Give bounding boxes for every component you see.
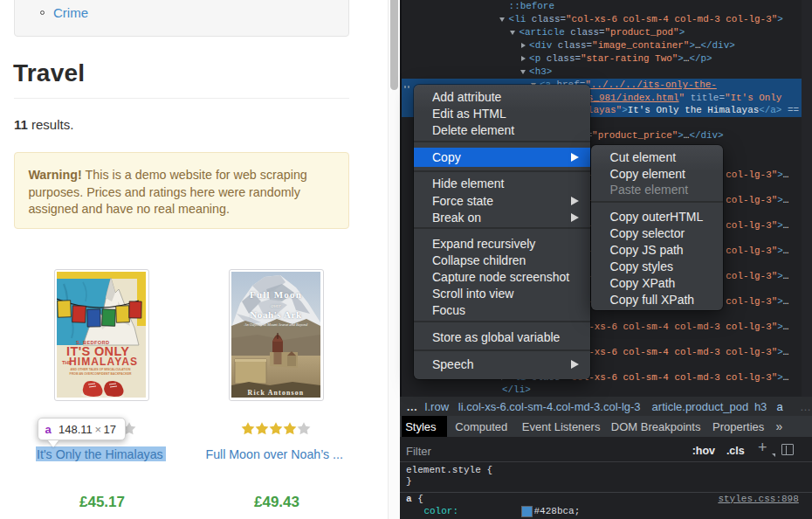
svg-text:Rick Antonson: Rick Antonson: [248, 389, 305, 397]
svg-text:over: over: [272, 302, 282, 308]
svg-text:An Odyssey to Mount Ararat and: An Odyssey to Mount Ararat and Beyond: [244, 322, 308, 327]
svg-text:HIMALAYAS: HIMALAYAS: [69, 356, 137, 368]
svg-text:FROM AN OVERCONFIDENT BACKPACK: FROM AN OVERCONFIDENT BACKPACKER: [70, 372, 132, 376]
svg-text:Full Moon: Full Moon: [250, 289, 302, 300]
svg-text:Noah's Ark: Noah's Ark: [251, 309, 303, 320]
svg-text:AND OTHER TALES OF MISCALCULAT: AND OTHER TALES OF MISCALCULATION: [71, 368, 131, 371]
